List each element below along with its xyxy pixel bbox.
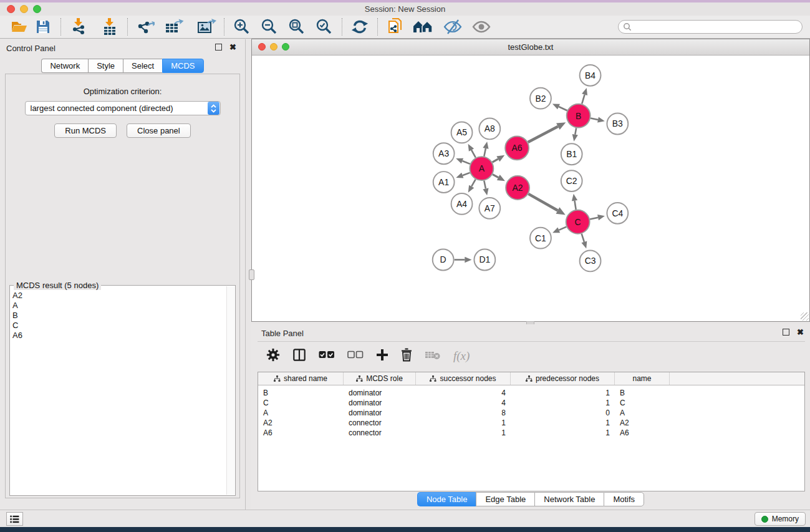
- table-settings-gear-icon[interactable]: [266, 348, 280, 364]
- graph-edge-B-B3[interactable]: [591, 118, 598, 120]
- graph-node-B[interactable]: B: [567, 104, 591, 128]
- graph-edge-C-C1[interactable]: [559, 227, 566, 230]
- zoom-out-icon[interactable]: [258, 17, 281, 37]
- show-eye-icon[interactable]: [470, 17, 493, 37]
- graph-edge-A-A4[interactable]: [471, 180, 475, 186]
- memory-button[interactable]: Memory: [755, 512, 806, 526]
- export-image-icon[interactable]: [195, 17, 218, 37]
- graph-edge-B-B4[interactable]: [582, 95, 584, 104]
- mcds-result-list[interactable]: A2 A B C A6: [12, 291, 225, 493]
- graph-node-B4[interactable]: B4: [580, 65, 601, 86]
- zoom-selected-icon[interactable]: [312, 17, 336, 37]
- list-item[interactable]: A6: [12, 331, 225, 341]
- close-panel-button[interactable]: Close panel: [127, 123, 191, 138]
- graph-edge-C-C3[interactable]: [582, 234, 584, 242]
- graph-node-A1[interactable]: A1: [433, 172, 455, 193]
- graph-edge-A2-C[interactable]: [528, 194, 557, 211]
- graph-node-C2[interactable]: C2: [561, 170, 582, 191]
- table-row[interactable]: A dominator 8 0 A: [258, 408, 804, 418]
- refresh-icon[interactable]: [348, 17, 372, 37]
- float-panel-icon[interactable]: [783, 329, 789, 336]
- graph-edge-B-B1[interactable]: [575, 128, 576, 135]
- graph-edge-A-A2[interactable]: [493, 175, 498, 178]
- zoom-window-button[interactable]: [33, 5, 41, 13]
- column-header-mcds-role[interactable]: MCDS role: [344, 372, 416, 385]
- export-table-icon[interactable]: [162, 17, 186, 37]
- tab-network-table[interactable]: Network Table: [534, 492, 604, 506]
- graph-edge-C-C2[interactable]: [574, 201, 576, 210]
- import-network-icon[interactable]: [67, 17, 90, 37]
- graph-node-A2[interactable]: A2: [506, 176, 529, 200]
- table-row[interactable]: A2 connector 1 1 A2: [258, 418, 804, 428]
- window-resize-grip[interactable]: [801, 312, 809, 321]
- delete-columns-trash-icon[interactable]: [401, 348, 412, 364]
- table-row[interactable]: B dominator 4 1 B: [258, 388, 804, 398]
- graph-node-A5[interactable]: A5: [451, 122, 473, 143]
- column-header-successor-nodes[interactable]: successor nodes: [416, 372, 511, 385]
- result-scrollbar[interactable]: [226, 286, 234, 495]
- graph-node-A3[interactable]: A3: [433, 143, 455, 164]
- export-network-icon[interactable]: [133, 17, 157, 37]
- column-header-predecessor-nodes[interactable]: predecessor nodes: [511, 372, 615, 385]
- graph-node-C1[interactable]: C1: [530, 228, 551, 249]
- graph-node-D1[interactable]: D1: [474, 249, 495, 271]
- table-row[interactable]: A6 connector 1 1 A6: [258, 428, 804, 438]
- graph-node-A[interactable]: A: [470, 157, 493, 180]
- network-window-titlebar[interactable]: testGlobe.txt: [252, 39, 809, 56]
- search-input[interactable]: [632, 22, 798, 31]
- tab-motifs[interactable]: Motifs: [604, 492, 644, 506]
- zoom-fit-icon[interactable]: [285, 17, 309, 37]
- graph-node-C4[interactable]: C4: [607, 203, 628, 224]
- search-box[interactable]: [618, 20, 803, 34]
- new-network-from-selection-icon[interactable]: [383, 17, 407, 37]
- list-item[interactable]: B: [12, 311, 225, 321]
- task-history-button[interactable]: [6, 512, 23, 526]
- graph-node-A8[interactable]: A8: [479, 118, 500, 140]
- close-window-button[interactable]: [7, 5, 15, 13]
- graph-edge-A-A7[interactable]: [484, 181, 486, 189]
- close-network-window-button[interactable]: [258, 43, 266, 51]
- graph-node-A7[interactable]: A7: [479, 198, 500, 219]
- graph-edge-A-A5[interactable]: [471, 150, 476, 157]
- zoom-in-icon[interactable]: [230, 17, 254, 37]
- list-item[interactable]: C: [12, 321, 225, 331]
- list-item[interactable]: A2: [12, 291, 225, 301]
- create-column-plus-icon[interactable]: [376, 349, 388, 364]
- tab-edge-table[interactable]: Edge Table: [476, 492, 534, 506]
- graph-node-A6[interactable]: A6: [505, 136, 529, 160]
- tab-mcds[interactable]: MCDS: [162, 59, 203, 73]
- graph-node-D[interactable]: D: [433, 249, 454, 271]
- graph-node-A4[interactable]: A4: [451, 193, 473, 215]
- minimize-window-button[interactable]: [20, 5, 28, 13]
- select-all-columns-icon[interactable]: [319, 350, 335, 362]
- tab-select[interactable]: Select: [123, 59, 162, 73]
- graph-edge-A-A3[interactable]: [462, 161, 470, 164]
- float-panel-icon[interactable]: [215, 44, 222, 51]
- table-row[interactable]: C dominator 4 1 C: [258, 398, 804, 408]
- network-canvas[interactable]: B4B2BB3A8A5A6A3B1AC2A1A2A4A7C4CC1C3DD1: [252, 56, 809, 321]
- minimize-network-window-button[interactable]: [270, 43, 277, 51]
- hide-selected-eye-slash-icon[interactable]: [441, 17, 465, 37]
- tab-network[interactable]: Network: [41, 59, 88, 73]
- graph-edge-A6-B[interactable]: [528, 127, 558, 142]
- graph-edge-A-A6[interactable]: [493, 159, 498, 162]
- splitter-handle-vertical[interactable]: [249, 269, 254, 280]
- unselect-all-columns-icon[interactable]: [347, 350, 364, 362]
- criterion-dropdown[interactable]: largest connected component (directed): [25, 101, 221, 115]
- graph-node-B3[interactable]: B3: [607, 114, 628, 135]
- import-table-icon[interactable]: [98, 17, 122, 37]
- graph-node-C[interactable]: C: [566, 210, 590, 234]
- save-session-icon[interactable]: [31, 17, 55, 37]
- tab-node-table[interactable]: Node Table: [417, 492, 476, 506]
- column-header-shared-name[interactable]: shared name: [258, 372, 344, 385]
- list-item[interactable]: A: [12, 301, 225, 311]
- graph-node-B2[interactable]: B2: [530, 88, 551, 109]
- column-header-name[interactable]: name: [615, 372, 670, 385]
- tab-style[interactable]: Style: [88, 59, 123, 73]
- close-panel-icon[interactable]: ✖: [229, 44, 236, 51]
- run-mcds-button[interactable]: Run MCDS: [54, 123, 117, 138]
- graph-edge-C-C4[interactable]: [590, 218, 598, 220]
- graph-node-C3[interactable]: C3: [580, 251, 601, 272]
- open-file-icon[interactable]: [7, 17, 31, 37]
- zoom-network-window-button[interactable]: [282, 43, 289, 51]
